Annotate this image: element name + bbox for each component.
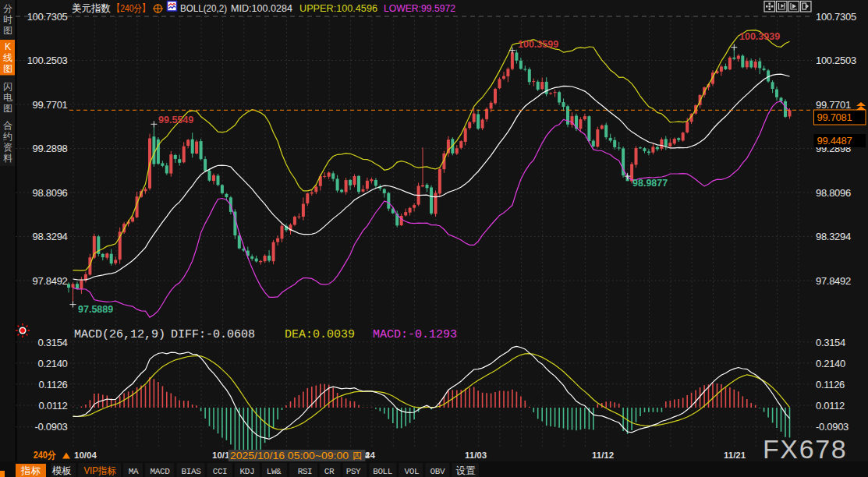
svg-text:-0.0903: -0.0903: [35, 421, 68, 433]
svg-text:0.2140: 0.2140: [816, 358, 845, 369]
svg-text:资: 资: [3, 142, 12, 153]
svg-text:99.4487: 99.4487: [817, 135, 852, 147]
svg-text:分: 分: [3, 3, 12, 14]
svg-text:MACD(26,12,9): MACD(26,12,9): [74, 328, 165, 341]
svg-text:98.3294: 98.3294: [33, 231, 68, 242]
svg-text:美元指数: 美元指数: [72, 2, 111, 14]
svg-text:图: 图: [3, 25, 12, 36]
svg-text:【240分】: 【240分】: [112, 2, 150, 14]
svg-text:BIAS: BIAS: [182, 467, 202, 476]
svg-text:11/21: 11/21: [724, 450, 746, 460]
svg-text:97.5889: 97.5889: [78, 304, 113, 315]
svg-text:240分: 240分: [34, 450, 57, 461]
svg-text:DIFF:-0.0608: DIFF:-0.0608: [171, 328, 255, 341]
svg-text:100.2503: 100.2503: [816, 55, 856, 66]
svg-text:MID:100.0284: MID:100.0284: [231, 2, 292, 14]
svg-text:设置: 设置: [456, 465, 477, 476]
svg-text:电: 电: [3, 92, 12, 103]
svg-text:四: 四: [353, 450, 362, 461]
svg-text:CR: CR: [324, 467, 335, 476]
svg-text:97.8492: 97.8492: [816, 275, 851, 287]
svg-text:图: 图: [3, 63, 12, 74]
svg-text:VIP指标: VIP指标: [84, 465, 117, 476]
svg-text:BOLL(20,2): BOLL(20,2): [180, 2, 227, 14]
svg-text:2025/10/16 05:00~09:00: 2025/10/16 05:00~09:00: [230, 450, 349, 461]
svg-text:98.9877: 98.9877: [632, 178, 668, 189]
svg-text:闪: 闪: [3, 81, 12, 92]
svg-text:MA: MA: [129, 467, 139, 476]
svg-text:98.3294: 98.3294: [816, 231, 851, 242]
svg-text:线: 线: [3, 52, 12, 63]
svg-text:100.3939: 100.3939: [739, 31, 780, 42]
svg-text:100.7305: 100.7305: [27, 11, 68, 23]
svg-text:合: 合: [3, 120, 12, 131]
svg-text:100.3599: 100.3599: [518, 39, 558, 50]
svg-text:VOL: VOL: [405, 467, 420, 476]
svg-text:0.2140: 0.2140: [38, 358, 68, 369]
svg-text:图: 图: [3, 103, 12, 114]
svg-text:99.5549: 99.5549: [158, 115, 193, 125]
svg-text:MACD:-0.1293: MACD:-0.1293: [373, 328, 457, 341]
svg-text:100.7305: 100.7305: [816, 11, 856, 23]
svg-text:KDJ: KDJ: [239, 467, 254, 476]
svg-text:98.8096: 98.8096: [33, 187, 68, 199]
svg-text:0.3154: 0.3154: [38, 337, 68, 348]
svg-text:99.7081: 99.7081: [817, 111, 852, 123]
svg-text:OBV: OBV: [430, 467, 445, 476]
svg-text:指标: 指标: [20, 465, 41, 476]
svg-text:99.2898: 99.2898: [33, 143, 68, 154]
svg-text:PSY: PSY: [346, 467, 361, 476]
svg-text:CCI: CCI: [213, 467, 228, 476]
svg-text:10/04: 10/04: [74, 450, 97, 460]
svg-text:时: 时: [3, 14, 12, 25]
svg-text:约: 约: [3, 131, 12, 142]
svg-text:FX678: FX678: [763, 434, 847, 464]
svg-text:97.8492: 97.8492: [33, 275, 68, 287]
svg-text:料: 料: [3, 153, 12, 164]
svg-text:24: 24: [365, 450, 375, 460]
svg-text:模板: 模板: [51, 465, 72, 476]
svg-text:11/03: 11/03: [465, 450, 487, 460]
svg-text:0.1126: 0.1126: [39, 379, 68, 390]
svg-text:DEA:0.0039: DEA:0.0039: [285, 328, 355, 341]
svg-text:LW&: LW&: [267, 467, 282, 476]
svg-text:0.3154: 0.3154: [816, 337, 845, 348]
svg-text:99.7701: 99.7701: [33, 99, 68, 111]
svg-text:LOWER:99.5972: LOWER:99.5972: [384, 2, 455, 14]
svg-text:UPPER:100.4596: UPPER:100.4596: [299, 2, 377, 14]
svg-text:99.7701: 99.7701: [816, 99, 851, 111]
svg-text:11/12: 11/12: [592, 450, 614, 460]
svg-text:100.2503: 100.2503: [27, 55, 68, 66]
svg-text:MACD: MACD: [151, 467, 171, 476]
svg-text:98.8096: 98.8096: [816, 187, 851, 199]
svg-text:K: K: [5, 41, 11, 52]
svg-text:0.0112: 0.0112: [39, 400, 68, 412]
svg-text:0.0112: 0.0112: [816, 400, 845, 412]
svg-text:BOLL: BOLL: [373, 467, 392, 476]
svg-text:-0.0903: -0.0903: [816, 421, 849, 433]
svg-text:RSI: RSI: [298, 467, 313, 476]
svg-text:0.1126: 0.1126: [816, 379, 845, 390]
